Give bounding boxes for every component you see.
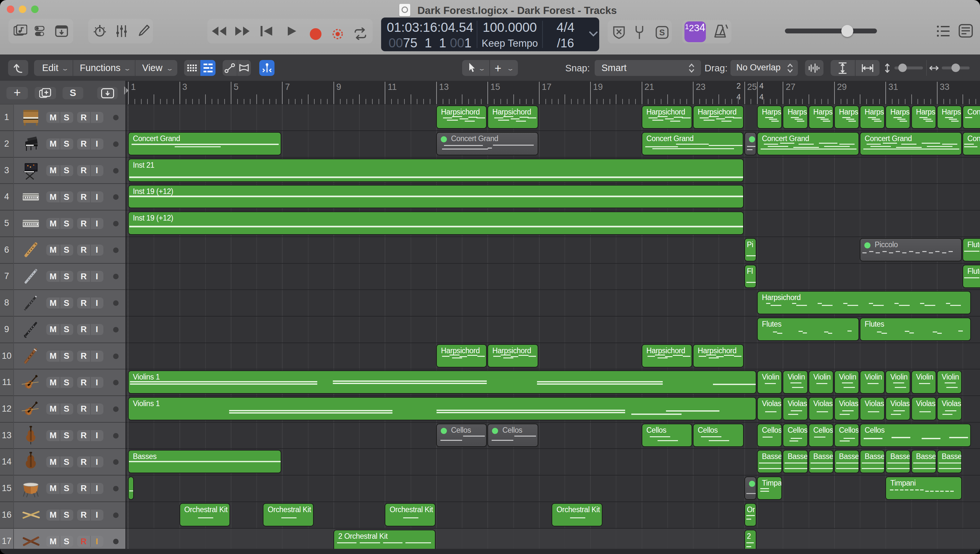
svg-text:S: S: [659, 27, 665, 37]
